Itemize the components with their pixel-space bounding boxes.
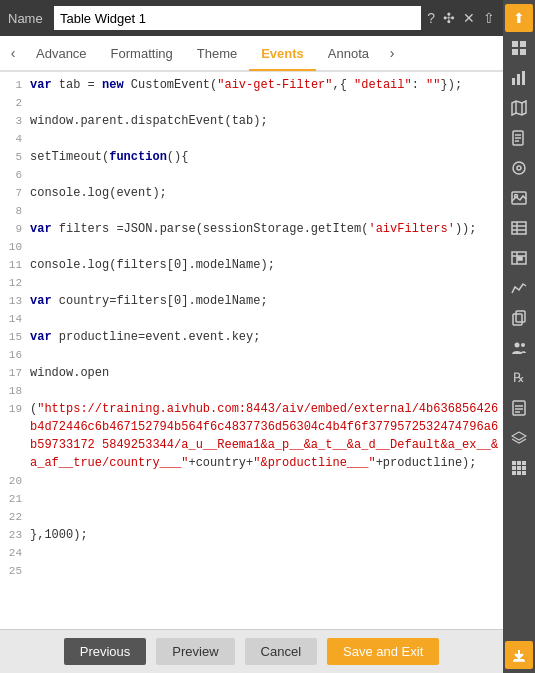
code-line-2: 2 bbox=[0, 94, 503, 112]
copy-icon[interactable] bbox=[505, 304, 533, 332]
svg-point-15 bbox=[517, 166, 521, 170]
svg-rect-42 bbox=[522, 471, 526, 475]
tab-next-arrow[interactable]: › bbox=[381, 45, 403, 61]
code-line-12: 12 bbox=[0, 274, 503, 292]
move-icon[interactable]: ✣ bbox=[443, 10, 455, 26]
document-icon[interactable] bbox=[505, 124, 533, 152]
line-number: 21 bbox=[0, 490, 30, 508]
title-bar: Name ? ✣ ✕ ⇧ bbox=[0, 0, 503, 36]
line-number: 19 bbox=[0, 400, 30, 472]
pivot-icon[interactable] bbox=[505, 244, 533, 272]
svg-rect-30 bbox=[513, 401, 525, 415]
close-icon[interactable]: ✕ bbox=[463, 10, 475, 26]
code-line-23: 23 },1000); bbox=[0, 526, 503, 544]
apps-icon[interactable] bbox=[505, 454, 533, 482]
code-line-19: 19 ("https://training.aivhub.com:8443/ai… bbox=[0, 400, 503, 472]
line-number: 14 bbox=[0, 310, 30, 328]
line-number: 18 bbox=[0, 382, 30, 400]
previous-button[interactable]: Previous bbox=[64, 638, 147, 665]
svg-rect-25 bbox=[518, 257, 522, 260]
svg-rect-36 bbox=[522, 461, 526, 465]
svg-rect-5 bbox=[517, 74, 520, 85]
code-line-10: 10 bbox=[0, 238, 503, 256]
line-number: 9 bbox=[0, 220, 30, 238]
line-chart-icon[interactable] bbox=[505, 274, 533, 302]
tab-formatting[interactable]: Formatting bbox=[99, 38, 185, 71]
svg-rect-4 bbox=[512, 78, 515, 85]
code-line-8: 8 bbox=[0, 202, 503, 220]
map-icon[interactable] bbox=[505, 94, 533, 122]
download-icon[interactable] bbox=[505, 641, 533, 669]
main-panel: Name ? ✣ ✕ ⇧ ‹ Advance Formatting Theme … bbox=[0, 0, 503, 673]
svg-rect-1 bbox=[520, 41, 526, 47]
preview-button[interactable]: Preview bbox=[156, 638, 234, 665]
people-icon[interactable] bbox=[505, 334, 533, 362]
line-number: 5 bbox=[0, 148, 30, 166]
svg-rect-35 bbox=[517, 461, 521, 465]
code-line-21: 21 bbox=[0, 490, 503, 508]
tab-prev-arrow[interactable]: ‹ bbox=[2, 45, 24, 61]
svg-rect-38 bbox=[517, 466, 521, 470]
code-line-4: 4 bbox=[0, 130, 503, 148]
svg-rect-26 bbox=[516, 311, 525, 322]
right-sidebar: ⬆ bbox=[503, 0, 535, 673]
line-number: 7 bbox=[0, 184, 30, 202]
svg-rect-34 bbox=[512, 461, 516, 465]
title-bar-icons: ? ✣ ✕ ⇧ bbox=[427, 10, 495, 26]
line-number: 12 bbox=[0, 274, 30, 292]
line-number: 20 bbox=[0, 472, 30, 490]
filter-icon[interactable] bbox=[505, 154, 533, 182]
line-number: 13 bbox=[0, 292, 30, 310]
code-line-3: 3 window.parent.dispatchEvent(tab); bbox=[0, 112, 503, 130]
tab-events[interactable]: Events bbox=[249, 38, 316, 71]
line-number: 4 bbox=[0, 130, 30, 148]
code-line-22: 22 bbox=[0, 508, 503, 526]
code-line-25: 25 bbox=[0, 562, 503, 580]
line-number: 10 bbox=[0, 238, 30, 256]
code-line-17: 17 window.open bbox=[0, 364, 503, 382]
layers-icon[interactable] bbox=[505, 424, 533, 452]
svg-rect-6 bbox=[522, 71, 525, 85]
line-number: 8 bbox=[0, 202, 30, 220]
tab-annotations[interactable]: Annota bbox=[316, 38, 381, 71]
code-line-1: 1 var tab = new CustomEvent("aiv-get-Fil… bbox=[0, 76, 503, 94]
code-line-20: 20 bbox=[0, 472, 503, 490]
svg-point-28 bbox=[515, 343, 520, 348]
line-number: 25 bbox=[0, 562, 30, 580]
code-line-24: 24 bbox=[0, 544, 503, 562]
tab-bar: ‹ Advance Formatting Theme Events Annota… bbox=[0, 36, 503, 72]
tab-advance[interactable]: Advance bbox=[24, 38, 99, 71]
svg-rect-18 bbox=[512, 222, 526, 234]
svg-rect-3 bbox=[520, 49, 526, 55]
line-number: 22 bbox=[0, 508, 30, 526]
arrow-up-icon[interactable]: ⬆ bbox=[505, 4, 533, 32]
tab-theme[interactable]: Theme bbox=[185, 38, 249, 71]
svg-rect-39 bbox=[522, 466, 526, 470]
svg-rect-41 bbox=[517, 471, 521, 475]
code-line-11: 11 console.log(filters[0].modelName); bbox=[0, 256, 503, 274]
expand-icon[interactable]: ⇧ bbox=[483, 10, 495, 26]
widget-name-input[interactable] bbox=[54, 6, 421, 30]
svg-rect-27 bbox=[513, 314, 522, 325]
grid-icon[interactable] bbox=[505, 34, 533, 62]
svg-rect-2 bbox=[512, 49, 518, 55]
code-line-5: 5 setTimeout(function(){ bbox=[0, 148, 503, 166]
line-number: 15 bbox=[0, 328, 30, 346]
svg-point-29 bbox=[521, 343, 525, 347]
help-icon[interactable]: ? bbox=[427, 10, 435, 26]
code-line-14: 14 bbox=[0, 310, 503, 328]
cancel-button[interactable]: Cancel bbox=[245, 638, 317, 665]
rx-icon[interactable]: ℞ bbox=[505, 364, 533, 392]
save-exit-button[interactable]: Save and Exit bbox=[327, 638, 439, 665]
code-line-16: 16 bbox=[0, 346, 503, 364]
image-icon[interactable] bbox=[505, 184, 533, 212]
svg-rect-37 bbox=[512, 466, 516, 470]
svg-point-14 bbox=[513, 162, 525, 174]
doc2-icon[interactable] bbox=[505, 394, 533, 422]
code-editor[interactable]: 1 var tab = new CustomEvent("aiv-get-Fil… bbox=[0, 72, 503, 629]
code-line-6: 6 bbox=[0, 166, 503, 184]
code-line-9: 9 var filters =JSON.parse(sessionStorage… bbox=[0, 220, 503, 238]
code-line-7: 7 console.log(event); bbox=[0, 184, 503, 202]
table-icon[interactable] bbox=[505, 214, 533, 242]
bar-chart-icon[interactable] bbox=[505, 64, 533, 92]
